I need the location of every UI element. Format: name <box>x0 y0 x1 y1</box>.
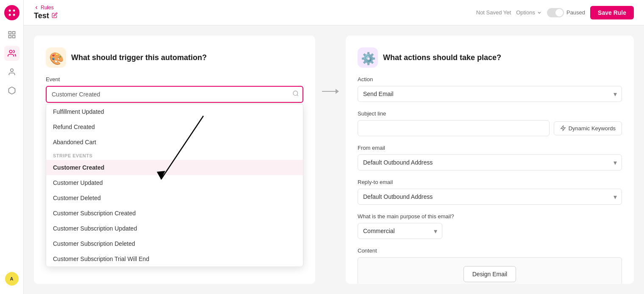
svg-rect-5 <box>12 32 15 34</box>
event-item-customer-created[interactable]: Customer Created <box>46 160 303 175</box>
subject-line-row: Dynamic Keywords <box>358 120 622 136</box>
svg-rect-7 <box>12 36 15 38</box>
from-email-select[interactable]: Default Outbound Address <box>358 154 622 170</box>
svg-rect-6 <box>8 36 11 38</box>
svg-point-3 <box>13 14 15 16</box>
event-search-input[interactable] <box>46 86 303 103</box>
action-select-wrap: Send Email <box>358 86 622 102</box>
svg-line-13 <box>297 95 298 96</box>
purpose-group: What is the main purpose of this email? … <box>358 213 622 239</box>
sidebar-item-dashboard[interactable] <box>4 27 19 42</box>
event-item-customer-deleted[interactable]: Customer Deleted <box>46 190 303 206</box>
save-rule-button[interactable]: Save Rule <box>590 6 634 19</box>
reply-to-select[interactable]: Default Outbound Address <box>358 189 622 205</box>
svg-marker-17 <box>336 89 339 94</box>
trigger-icon: 🎨 <box>46 47 66 68</box>
paused-label: Paused <box>566 9 585 16</box>
trigger-section-header: 🎨 What should trigger this automation? <box>46 47 303 68</box>
app-logo[interactable] <box>4 5 19 20</box>
purpose-select[interactable]: Commercial <box>358 223 442 239</box>
from-email-select-wrap: Default Outbound Address <box>358 154 622 170</box>
dynamic-keywords-button[interactable]: Dynamic Keywords <box>554 121 622 135</box>
svg-point-0 <box>8 10 11 12</box>
header-left: Rules Test <box>34 5 58 20</box>
sidebar-item-integrations[interactable] <box>4 83 19 98</box>
user-avatar-bottom[interactable]: A <box>5 272 19 289</box>
svg-point-1 <box>13 10 15 12</box>
event-item-customer-subscription-created[interactable]: Customer Subscription Created <box>46 206 303 221</box>
action-icon: ⚙️ <box>358 47 378 68</box>
page-title-row: Test <box>34 11 58 20</box>
content-label: Content <box>358 247 622 254</box>
action-field-group: Action Send Email <box>358 76 622 102</box>
action-select[interactable]: Send Email <box>358 86 622 102</box>
breadcrumb[interactable]: Rules <box>34 5 58 11</box>
event-item-customer-subscription-updated[interactable]: Customer Subscription Updated <box>46 221 303 236</box>
action-section-header: ⚙️ What actions should take place? <box>358 47 622 68</box>
trigger-title: What should trigger this automation? <box>71 53 207 62</box>
sidebar: A <box>0 0 24 294</box>
search-icon <box>292 90 299 99</box>
from-email-label: From email <box>358 145 622 151</box>
event-item-abandoned-cart[interactable]: Abandoned Cart <box>46 135 303 150</box>
options-button[interactable]: Options <box>516 9 542 16</box>
purpose-label: What is the main purpose of this email? <box>358 213 622 220</box>
reply-to-group: Reply-to email Default Outbound Address <box>358 179 622 205</box>
action-panel: ⚙️ What actions should take place? Actio… <box>346 36 634 284</box>
content-group: Content Design Email <box>358 247 622 284</box>
edit-title-icon[interactable] <box>52 11 58 20</box>
svg-text:⚙️: ⚙️ <box>361 52 376 66</box>
subject-line-label: Subject line <box>358 110 622 117</box>
event-item-fulfillment-updated[interactable]: Fulfillment Updated <box>46 104 303 119</box>
svg-text:🎨: 🎨 <box>49 52 64 66</box>
svg-point-9 <box>10 69 13 72</box>
main-content: Rules Test Not Saved Yet Options Paused … <box>24 0 644 294</box>
design-email-button[interactable]: Design Email <box>464 266 516 282</box>
paused-toggle[interactable] <box>547 8 564 17</box>
event-dropdown-wrap: Fulfillment Updated Refund Created Aband… <box>46 86 303 103</box>
event-item-customer-subscription-trial-will-end[interactable]: Customer Subscription Trial Will End <box>46 251 303 267</box>
stripe-events-group-label: Stripe Events <box>46 150 303 160</box>
body-area: 🎨 What should trigger this automation? E… <box>24 25 644 294</box>
event-item-customer-subscription-deleted[interactable]: Customer Subscription Deleted <box>46 236 303 251</box>
dynamic-keywords-label: Dynamic Keywords <box>569 125 616 132</box>
reply-to-label: Reply-to email <box>358 179 622 185</box>
action-label: Action <box>358 76 622 82</box>
sidebar-item-campaigns[interactable] <box>4 46 19 61</box>
svg-point-2 <box>8 14 11 16</box>
page-title: Test <box>34 11 49 20</box>
event-item-customer-updated[interactable]: Customer Updated <box>46 175 303 190</box>
action-title: What actions should take place? <box>383 53 501 62</box>
arrow-connector <box>315 36 346 284</box>
purpose-select-wrap: Commercial <box>358 223 442 239</box>
subject-line-input[interactable] <box>358 120 550 136</box>
sidebar-item-contacts[interactable] <box>4 64 19 80</box>
event-field-group: Event Fulfillment Updated Refund Created… <box>46 76 303 103</box>
reply-to-select-wrap: Default Outbound Address <box>358 189 622 205</box>
header: Rules Test Not Saved Yet Options Paused … <box>24 0 644 25</box>
user-avatar[interactable]: A <box>5 272 19 286</box>
flow-arrow-icon <box>322 86 339 96</box>
breadcrumb-label: Rules <box>41 5 54 11</box>
svg-rect-4 <box>8 32 11 34</box>
event-item-refund-created[interactable]: Refund Created <box>46 119 303 135</box>
event-label: Event <box>46 76 303 82</box>
subject-line-group: Subject line Dynamic Keywords <box>358 110 622 136</box>
header-right: Not Saved Yet Options Paused Save Rule <box>476 6 634 19</box>
svg-point-12 <box>293 91 298 96</box>
paused-toggle-container: Paused <box>547 8 585 17</box>
from-email-group: From email Default Outbound Address <box>358 145 622 170</box>
trigger-panel: 🎨 What should trigger this automation? E… <box>34 36 315 284</box>
not-saved-status: Not Saved Yet <box>476 9 511 16</box>
event-dropdown-list: Fulfillment Updated Refund Created Aband… <box>46 104 303 267</box>
svg-point-8 <box>9 50 12 53</box>
content-area: Design Email <box>358 257 622 284</box>
